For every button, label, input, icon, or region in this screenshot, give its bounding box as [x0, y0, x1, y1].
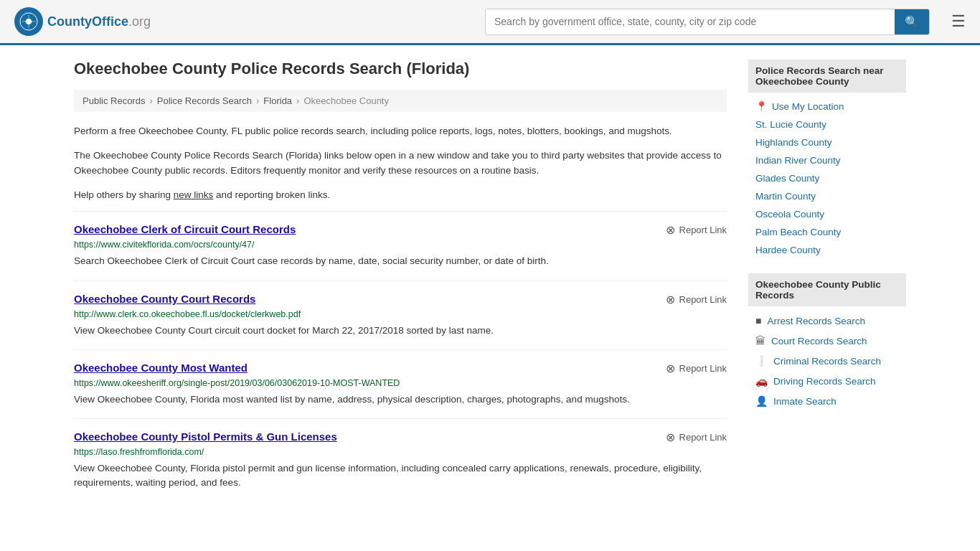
breadcrumb-sep-3: › — [296, 95, 299, 106]
public-records-links-list: ■ Arrest Records Search 🏛 Court Records … — [748, 311, 906, 411]
nearby-link-3[interactable]: Glades County — [748, 169, 906, 187]
result-title-2[interactable]: Okeechobee County Most Wanted — [74, 362, 248, 374]
result-desc-3: View Okeechobee County, Florida pistol p… — [74, 461, 727, 491]
public-records-link-2[interactable]: ❕ Criminal Records Search — [748, 351, 906, 371]
logo-text: CountyOffice.org — [47, 14, 151, 29]
report-icon-2: ⊗ — [666, 362, 675, 375]
records-icon-4: 👤 — [755, 395, 768, 407]
records-label-4: Inmate Search — [773, 396, 837, 407]
result-item: Okeechobee Clerk of Circuit Court Record… — [74, 211, 727, 280]
records-icon-0: ■ — [755, 315, 761, 326]
report-label-1: Report Link — [679, 294, 727, 305]
results-list: Okeechobee Clerk of Circuit Court Record… — [74, 211, 727, 501]
report-icon-0: ⊗ — [666, 223, 675, 237]
nearby-link-2[interactable]: Indian River County — [748, 151, 906, 169]
report-label-0: Report Link — [679, 225, 727, 235]
records-icon-2: ❕ — [755, 355, 768, 367]
result-title-1[interactable]: Okeechobee County Court Records — [74, 293, 255, 305]
report-link-1[interactable]: ⊗ Report Link — [666, 293, 727, 306]
description-para3: Help others by sharing new links and rep… — [74, 187, 727, 203]
nearby-links-list: St. Lucie CountyHighlands CountyIndian R… — [748, 116, 906, 259]
records-icon-3: 🚗 — [755, 375, 768, 387]
breadcrumb-sep-1: › — [149, 95, 152, 106]
result-url-2[interactable]: https://www.okeesheriff.org/single-post/… — [74, 378, 727, 388]
result-desc-0: Search Okeechobee Clerk of Circuit Court… — [74, 254, 727, 268]
search-input[interactable] — [486, 9, 895, 34]
report-label-3: Report Link — [679, 432, 727, 443]
report-label-2: Report Link — [679, 363, 727, 374]
public-records-section: Okeechobee County Public Records ■ Arres… — [748, 273, 906, 411]
nearby-link-6[interactable]: Palm Beach County — [748, 223, 906, 241]
search-button[interactable]: 🔍 — [895, 9, 929, 34]
menu-icon[interactable]: ☰ — [951, 12, 966, 31]
records-label-1: Court Records Search — [771, 336, 867, 347]
result-item: Okeechobee County Most Wanted ⊗ Report L… — [74, 349, 727, 418]
breadcrumb-police-records-search[interactable]: Police Records Search — [157, 95, 252, 106]
result-url-3[interactable]: https://laso.freshfromflorida.com/ — [74, 447, 727, 457]
public-records-title: Okeechobee County Public Records — [748, 273, 906, 306]
breadcrumb-florida[interactable]: Florida — [263, 95, 292, 106]
search-icon: 🔍 — [905, 16, 919, 28]
result-url-1[interactable]: http://www.clerk.co.okeechobee.fl.us/doc… — [74, 309, 727, 319]
sidebar: Police Records Search near Okeechobee Co… — [748, 60, 906, 502]
page-title: Okeechobee County Police Records Search … — [74, 60, 727, 78]
result-item: Okeechobee County Court Records ⊗ Report… — [74, 281, 727, 349]
breadcrumb-current: Okeechobee County — [303, 95, 389, 106]
records-icon-1: 🏛 — [755, 335, 765, 347]
use-location[interactable]: 📍 Use My Location — [748, 97, 906, 116]
public-records-link-1[interactable]: 🏛 Court Records Search — [748, 331, 906, 351]
nearby-link-5[interactable]: Osceola County — [748, 205, 906, 223]
breadcrumb-sep-2: › — [256, 95, 259, 106]
logo-icon — [14, 7, 43, 36]
search-bar: 🔍 — [485, 9, 930, 35]
header: CountyOffice.org 🔍 ☰ — [0, 0, 980, 45]
nearby-link-0[interactable]: St. Lucie County — [748, 116, 906, 133]
result-desc-1: View Okeechobee County Court circuit cou… — [74, 324, 727, 338]
public-records-link-3[interactable]: 🚗 Driving Records Search — [748, 371, 906, 391]
report-link-0[interactable]: ⊗ Report Link — [666, 223, 727, 237]
report-link-3[interactable]: ⊗ Report Link — [666, 430, 727, 444]
nearby-link-7[interactable]: Hardee County — [748, 241, 906, 259]
nearby-link-4[interactable]: Martin County — [748, 187, 906, 205]
report-icon-3: ⊗ — [666, 430, 675, 444]
records-label-2: Criminal Records Search — [773, 356, 881, 367]
breadcrumb: Public Records › Police Records Search ›… — [74, 90, 727, 112]
nearby-title: Police Records Search near Okeechobee Co… — [748, 60, 906, 93]
records-label-3: Driving Records Search — [773, 376, 876, 387]
result-item: Okeechobee County Pistol Permits & Gun L… — [74, 418, 727, 502]
result-url-0[interactable]: https://www.civitekflorida.com/ocrs/coun… — [74, 240, 727, 250]
main-container: Okeechobee County Police Records Search … — [60, 45, 920, 517]
new-links-link[interactable]: new links — [174, 189, 214, 200]
nearby-section: Police Records Search near Okeechobee Co… — [748, 60, 906, 259]
breadcrumb-public-records[interactable]: Public Records — [83, 95, 145, 106]
description-para1: Perform a free Okeechobee County, FL pub… — [74, 123, 727, 139]
location-dot-icon: 📍 — [755, 100, 768, 112]
nearby-link-1[interactable]: Highlands County — [748, 133, 906, 151]
result-desc-2: View Okeechobee County, Florida most wan… — [74, 392, 727, 407]
public-records-link-4[interactable]: 👤 Inmate Search — [748, 391, 906, 411]
content-area: Okeechobee County Police Records Search … — [74, 60, 727, 502]
description-para2: The Okeechobee County Police Records Sea… — [74, 148, 727, 179]
logo[interactable]: CountyOffice.org — [14, 7, 151, 36]
report-link-2[interactable]: ⊗ Report Link — [666, 362, 727, 375]
report-icon-1: ⊗ — [666, 293, 675, 306]
result-title-3[interactable]: Okeechobee County Pistol Permits & Gun L… — [74, 430, 337, 443]
result-title-0[interactable]: Okeechobee Clerk of Circuit Court Record… — [74, 223, 296, 235]
public-records-link-0[interactable]: ■ Arrest Records Search — [748, 311, 906, 331]
records-label-0: Arrest Records Search — [767, 316, 865, 326]
